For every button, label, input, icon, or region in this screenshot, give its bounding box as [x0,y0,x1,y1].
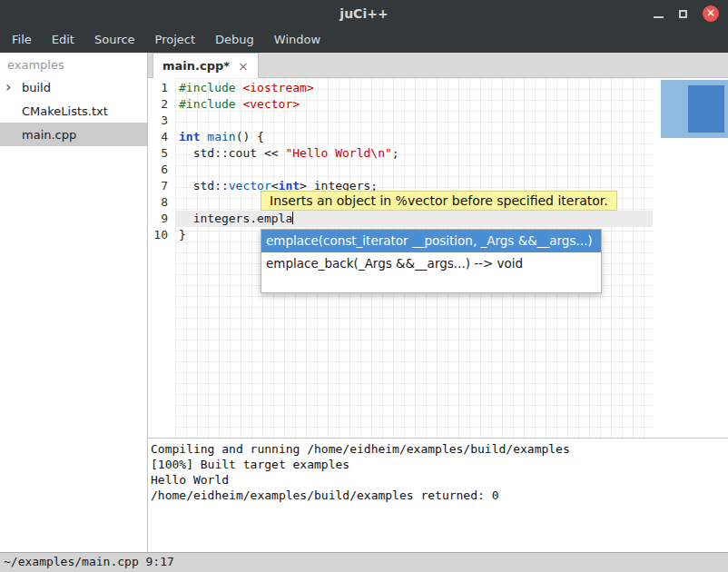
title-bar: juCi++ × [0,0,728,27]
restore-icon [679,10,687,18]
minimize-icon [654,16,664,18]
minimize-button[interactable] [654,10,664,18]
menu-item-source[interactable]: Source [84,27,145,53]
code-line: 2#include <vector> [148,96,728,113]
chevron-right-icon: › [0,76,20,98]
menu-item-edit[interactable]: Edit [42,27,84,53]
line-number: 5 [148,145,175,162]
terminal-line: [100%] Built target examples [151,457,725,472]
menu-bar: FileEditSourceProjectDebugWindow [0,27,728,53]
file-explorer-sidebar: examples ›buildCMakeLists.txtmain.cpp [0,53,148,552]
line-number: 6 [148,162,175,178]
code-line: 5 std::cout << "Hello World\n"; [148,145,728,162]
close-icon: × [706,6,715,19]
code-text [175,162,653,178]
code-line: 4int main() { [148,129,728,145]
terminal-line: /home/eidheim/examples/build/examples re… [151,488,725,503]
file-label: main.cpp [20,128,76,142]
code-line: 6 [148,162,728,178]
menu-item-debug[interactable]: Debug [205,27,264,53]
code-text: int main() { [175,129,653,145]
project-name-label: examples [0,53,147,75]
window-controls: × [654,0,719,27]
completion-item[interactable]: emplace_back(_Args &&__args...) --> void [261,252,601,275]
completion-item[interactable]: emplace(const_iterator __position, _Args… [261,230,601,252]
line-number: 3 [148,113,175,129]
status-bar: ~/examples/main.cpp 9:17 [0,552,728,572]
line-number: 10 [148,227,175,243]
line-number: 1 [148,80,175,96]
sidebar-item-cmakelists-txt[interactable]: CMakeLists.txt [0,99,147,123]
editor-scrollbar-thumb[interactable] [688,85,724,133]
code-text: #include <vector> [175,96,653,113]
line-number: 7 [148,178,175,194]
sidebar-item-build[interactable]: ›build [0,75,147,99]
close-button[interactable]: × [703,5,719,22]
line-number: 9 [148,211,175,227]
file-label: CMakeLists.txt [20,104,108,118]
code-text: integers.empla [175,211,653,227]
code-text: std::cout << "Hello World\n"; [175,145,653,162]
terminal-line: Hello World [151,472,725,488]
code-line: 1#include <iostream> [148,80,728,96]
code-text: #include <iostream> [175,80,653,96]
tab-main-cpp[interactable]: main.cpp* × [152,53,259,78]
restore-button[interactable] [679,10,687,18]
app-window: juCi++ × FileEditSourceProjectDebugWindo… [0,0,728,572]
tab-close-icon[interactable]: × [238,59,249,74]
code-lines: 1#include <iostream>2#include <vector>34… [148,78,728,243]
file-label: build [20,81,51,94]
code-text [175,113,653,129]
sidebar-item-main-cpp[interactable]: main.cpp [0,123,147,146]
line-number: 4 [148,129,175,145]
doc-tooltip: Inserts an object in %vector before spec… [261,191,617,211]
tab-label: main.cpp* [162,59,230,73]
menu-item-file[interactable]: File [2,27,42,53]
text-cursor [292,212,293,224]
menu-item-project[interactable]: Project [145,27,205,53]
terminal-line: Compiling and running /home/eidheim/exam… [151,441,725,457]
line-number: 8 [148,194,175,211]
code-line: 9 integers.empla [148,211,728,227]
completion-popup: emplace(const_iterator __position, _Args… [261,229,602,293]
line-number: 2 [148,96,175,113]
code-line: 3 [148,113,728,129]
file-tree: ›buildCMakeLists.txtmain.cpp [0,75,147,146]
build-output-panel[interactable]: Compiling and running /home/eidheim/exam… [148,438,728,552]
tab-bar: main.cpp* × [148,53,728,78]
window-title: juCi++ [0,0,728,27]
menu-item-window[interactable]: Window [264,27,330,53]
